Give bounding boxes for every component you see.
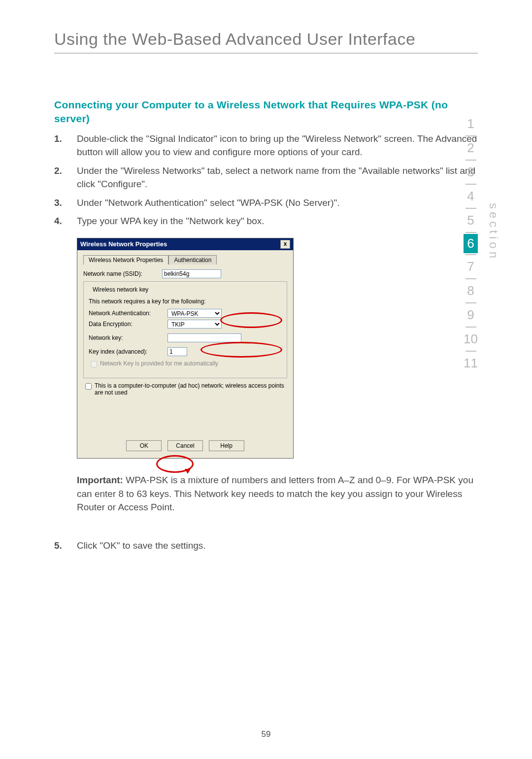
fieldset-hint: This network requires a key for the foll… (89, 298, 282, 305)
step-2: 2.Under the "Wireless Networks" tab, sel… (54, 164, 478, 191)
section-nav-item-6[interactable]: 6 (464, 234, 478, 253)
section-nav-item-9[interactable]: 9 (464, 304, 478, 326)
highlight-arrow-icon (185, 469, 191, 474)
step-3: 3.Under "Network Authentication" select … (54, 196, 478, 210)
adhoc-label: This is a computer-to-computer (ad hoc) … (95, 382, 287, 396)
dialog-titlebar: Wireless Network Properties x (77, 238, 293, 250)
chapter-underline (54, 53, 478, 54)
section-nav-separator (466, 278, 476, 279)
key-index-input[interactable] (167, 347, 187, 356)
section-nav-item-2[interactable]: 2 (464, 137, 478, 159)
wireless-properties-dialog: Wireless Network Properties x Wireless N… (77, 238, 294, 459)
tab-wireless-properties[interactable]: Wireless Network Properties (83, 255, 168, 264)
encryption-label: Data Encryption: (89, 321, 167, 328)
section-nav-separator (466, 302, 476, 303)
network-key-label: Network key: (89, 334, 167, 341)
important-text: WPA-PSK is a mixture of numbers and lett… (77, 475, 473, 512)
section-nav-separator (466, 208, 476, 209)
network-key-input[interactable] (167, 333, 241, 342)
step-text: Double-click the "Signal Indicator" icon… (77, 132, 478, 159)
section-label: section (487, 203, 500, 261)
section-nav-item-11[interactable]: 11 (464, 353, 478, 374)
dialog-screenshot: Wireless Network Properties x Wireless N… (77, 238, 478, 459)
steps-list-2: 5.Click "OK" to save the settings. (54, 539, 478, 553)
dialog-buttons: OK Cancel Help (83, 440, 287, 451)
key-index-label: Key index (advanced): (89, 348, 167, 355)
adhoc-checkbox-row: This is a computer-to-computer (ad hoc) … (83, 382, 287, 396)
section-nav-item-5[interactable]: 5 (464, 210, 478, 231)
help-button[interactable]: Help (209, 440, 244, 451)
section-nav-separator (466, 351, 476, 352)
section-nav-item-3[interactable]: 3 (464, 162, 478, 183)
section-nav-separator (466, 254, 476, 255)
dialog-tabs: Wireless Network Properties Authenticati… (83, 255, 287, 264)
section-subtitle: Connecting your Computer to a Wireless N… (54, 98, 478, 126)
step-1: 1.Double-click the "Signal Indicator" ic… (54, 132, 478, 159)
step-number: 2. (54, 164, 77, 191)
step-text: Under the "Wireless Networks" tab, selec… (77, 164, 478, 191)
step-text: Type your WPA key in the "Network key" b… (77, 214, 478, 228)
chapter-title: Using the Web-Based Advanced User Interf… (54, 30, 478, 49)
tab-authentication[interactable]: Authentication (168, 255, 217, 264)
adhoc-checkbox[interactable] (85, 383, 92, 390)
section-nav-separator (466, 135, 476, 136)
step-number: 3. (54, 196, 77, 210)
ok-button[interactable]: OK (126, 440, 162, 451)
step-number: 5. (54, 539, 77, 553)
wireless-key-fieldset: Wireless network key This network requir… (83, 281, 287, 378)
step-text: Under "Network Authentication" select "W… (77, 196, 478, 210)
steps-list-1: 1.Double-click the "Signal Indicator" ic… (54, 132, 478, 228)
section-nav-separator (466, 184, 476, 185)
auth-select[interactable]: WPA-PSK (167, 309, 222, 318)
section-nav: 1234567891011 (464, 113, 478, 374)
auth-label: Network Authentication: (89, 310, 167, 317)
fieldset-legend: Wireless network key (91, 286, 150, 293)
section-nav-item-1[interactable]: 1 (464, 113, 478, 134)
close-icon[interactable]: x (280, 240, 290, 249)
ssid-input[interactable] (162, 269, 221, 278)
section-nav-separator (466, 232, 476, 233)
auto-key-label: Network Key is provided for me automatic… (100, 360, 218, 367)
auto-key-checkbox (91, 361, 97, 367)
section-nav-item-10[interactable]: 10 (464, 329, 478, 350)
section-nav-item-7[interactable]: 7 (464, 256, 478, 277)
step-5: 5.Click "OK" to save the settings. (54, 539, 478, 553)
section-nav-separator (466, 327, 476, 328)
auto-key-checkbox-row: Network Key is provided for me automatic… (89, 360, 282, 369)
section-nav-item-8[interactable]: 8 (464, 280, 478, 301)
encryption-select[interactable]: TKIP (167, 320, 222, 329)
step-number: 1. (54, 132, 77, 159)
important-note: Important: WPA-PSK is a mixture of numbe… (77, 473, 478, 514)
page-number: 59 (0, 729, 532, 739)
step-text: Click "OK" to save the settings. (77, 539, 478, 553)
step-number: 4. (54, 214, 77, 228)
dialog-title: Wireless Network Properties (80, 240, 167, 248)
ssid-label: Network name (SSID): (83, 270, 162, 277)
section-nav-separator (466, 160, 476, 161)
step-4: 4.Type your WPA key in the "Network key"… (54, 214, 478, 228)
section-nav-item-4[interactable]: 4 (464, 186, 478, 207)
cancel-button[interactable]: Cancel (167, 440, 203, 451)
important-label: Important: (77, 475, 123, 485)
